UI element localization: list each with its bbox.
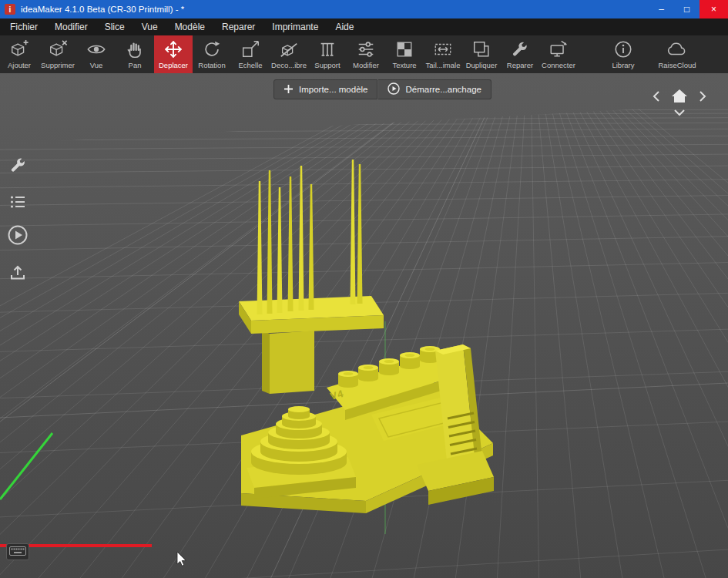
menu-modifier[interactable]: Modifier bbox=[46, 18, 96, 35]
toolbar-button-ajouter[interactable]: Ajouter bbox=[0, 35, 39, 73]
tool-label: RaiseCloud bbox=[658, 61, 696, 69]
play-icon bbox=[387, 82, 400, 96]
tool-label: Echelle bbox=[238, 61, 262, 69]
library-info-icon bbox=[613, 39, 633, 59]
home-icon[interactable] bbox=[669, 87, 689, 106]
keyboard-toggle-button[interactable] bbox=[6, 543, 29, 560]
toolbar-button-dupliquer[interactable]: Dupliquer bbox=[462, 35, 501, 73]
viewport-3d[interactable]: V4 Importe... modèle Démarre...anchag bbox=[0, 73, 728, 578]
eye-icon bbox=[86, 39, 106, 59]
tool-label: Library bbox=[612, 61, 634, 69]
tool-label: Deco...ibre bbox=[271, 61, 307, 69]
toolbar-button-texture[interactable]: Texture bbox=[385, 35, 424, 73]
tool-label: Support bbox=[314, 61, 340, 69]
menu-vue[interactable]: Vue bbox=[133, 18, 166, 35]
viewport-action-buttons: Importe... modèle Démarre...anchage bbox=[273, 79, 491, 99]
main-toolbar: Ajouter Supprimer Vue Pan Deplacer bbox=[0, 35, 728, 73]
preview-play-button[interactable] bbox=[6, 225, 29, 248]
toolbar-button-decoupe-libre[interactable]: Deco...ibre bbox=[270, 35, 308, 73]
toolbar-button-echelle[interactable]: Echelle bbox=[231, 35, 270, 73]
menu-imprimante[interactable]: Imprimante bbox=[263, 18, 327, 35]
tool-label: Rotation bbox=[198, 61, 225, 69]
toolbar-button-deplacer[interactable]: Deplacer bbox=[154, 35, 193, 73]
modifier-sliders-icon bbox=[356, 39, 376, 59]
connect-icon bbox=[549, 39, 569, 59]
move-arrows-icon bbox=[163, 39, 183, 59]
tool-label: Supprimer bbox=[41, 61, 75, 69]
duplicate-icon bbox=[471, 39, 491, 59]
toolbar-button-connecter[interactable]: Connecter bbox=[539, 35, 578, 73]
keyboard-icon bbox=[9, 545, 26, 559]
toolbar-button-vue[interactable]: Vue bbox=[77, 35, 116, 73]
tool-label: Pan bbox=[129, 61, 142, 69]
delete-cube-icon bbox=[48, 39, 68, 59]
window-title: ideaMaker 4.1.0 Beta (CR-30 Printmill) -… bbox=[21, 5, 184, 14]
chevron-right-icon[interactable] bbox=[699, 90, 706, 102]
wrench-icon bbox=[8, 156, 28, 178]
model-list-button[interactable] bbox=[6, 192, 29, 215]
import-model-label: Importe... modèle bbox=[299, 85, 367, 94]
import-model-button[interactable]: Importe... modèle bbox=[273, 79, 377, 99]
upload-button[interactable] bbox=[6, 263, 29, 286]
texture-icon bbox=[394, 39, 414, 59]
close-button[interactable]: × bbox=[699, 0, 728, 18]
titlebar[interactable]: i ideaMaker 4.1.0 Beta (CR-30 Printmill)… bbox=[0, 0, 728, 18]
view-navigation bbox=[653, 87, 706, 116]
menu-aide[interactable]: Aide bbox=[327, 18, 362, 35]
tool-label: Dupliquer bbox=[466, 61, 498, 69]
toolbar-button-rotation[interactable]: Rotation bbox=[193, 35, 231, 73]
toolbar-button-supprimer[interactable]: Supprimer bbox=[39, 35, 77, 73]
support-icon bbox=[317, 39, 337, 59]
repair-wrench-icon bbox=[510, 39, 530, 59]
model-3d[interactable]: V4 bbox=[239, 160, 494, 513]
start-anchor-button[interactable]: Démarre...anchage bbox=[378, 79, 491, 99]
axis-y-green-line bbox=[0, 433, 52, 499]
chevron-left-icon[interactable] bbox=[653, 90, 660, 102]
app-window: i ideaMaker 4.1.0 Beta (CR-30 Printmill)… bbox=[0, 0, 728, 578]
menubar: Fichier Modifier Slice Vue Modèle Repare… bbox=[0, 18, 728, 35]
tool-label: Vue bbox=[90, 61, 103, 69]
mouse-cursor bbox=[177, 552, 186, 566]
menu-modele[interactable]: Modèle bbox=[166, 18, 213, 35]
start-anchor-label: Démarre...anchage bbox=[405, 85, 481, 94]
settings-wrench-button[interactable] bbox=[6, 155, 29, 178]
minimize-button[interactable]: – bbox=[649, 0, 674, 18]
toolbar-button-modifier[interactable]: Modifier bbox=[347, 35, 385, 73]
list-icon bbox=[8, 193, 27, 214]
free-cut-icon bbox=[279, 39, 299, 59]
app-logo-icon: i bbox=[5, 4, 15, 15]
toolbar-button-library[interactable]: Library bbox=[602, 35, 644, 73]
plus-icon bbox=[283, 84, 294, 96]
tool-label: Ajouter bbox=[8, 61, 31, 69]
menu-slice[interactable]: Slice bbox=[96, 18, 133, 35]
toolbar-button-taille-maximale[interactable]: Tail...imale bbox=[424, 35, 462, 73]
scale-icon bbox=[240, 39, 260, 59]
tool-label: Texture bbox=[392, 61, 416, 69]
maximize-button[interactable]: □ bbox=[674, 0, 699, 18]
upload-icon bbox=[8, 264, 27, 285]
tool-label: Deplacer bbox=[159, 61, 188, 69]
toolbar-button-raisecloud[interactable]: RaiseCloud bbox=[653, 35, 701, 73]
cloud-icon bbox=[667, 39, 687, 59]
add-cube-icon bbox=[9, 39, 29, 59]
tool-label: Tail...imale bbox=[426, 61, 461, 69]
scene-canvas: V4 bbox=[0, 73, 728, 578]
max-size-icon bbox=[433, 39, 453, 59]
toolbar-button-pan[interactable]: Pan bbox=[116, 35, 154, 73]
menu-reparer[interactable]: Reparer bbox=[213, 18, 263, 35]
toolbar-button-reparer[interactable]: Reparer bbox=[501, 35, 539, 73]
tool-label: Modifier bbox=[353, 61, 379, 69]
tool-label: Connecter bbox=[542, 61, 575, 69]
play-circle-icon bbox=[7, 224, 29, 249]
tool-label: Reparer bbox=[507, 61, 533, 69]
toolbar-button-support[interactable]: Support bbox=[308, 35, 347, 73]
rotate-icon bbox=[202, 39, 222, 59]
menu-fichier[interactable]: Fichier bbox=[2, 18, 46, 35]
chevron-down-icon[interactable] bbox=[673, 109, 686, 116]
hand-icon bbox=[125, 39, 145, 59]
